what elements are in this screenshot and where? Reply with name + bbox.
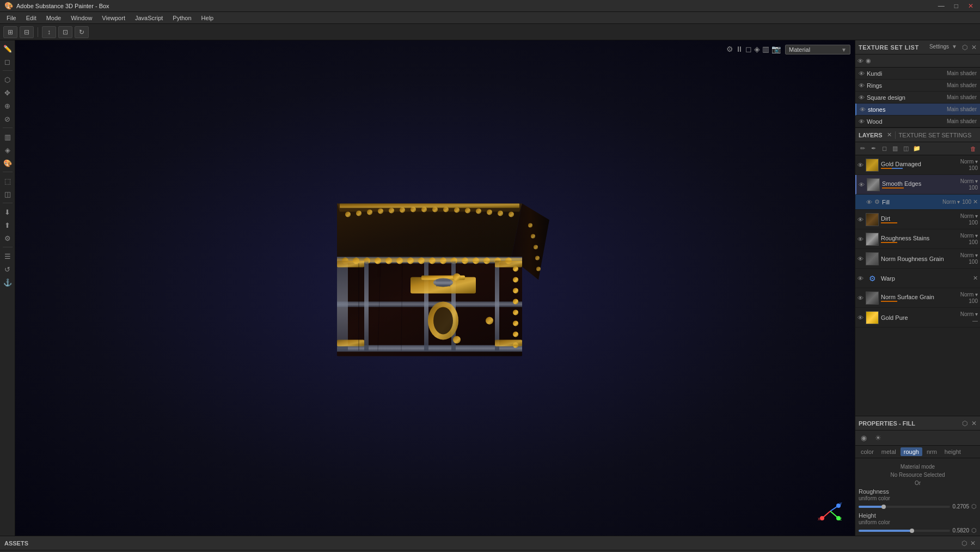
fill-close-icon[interactable]: ✕ [973, 198, 978, 205]
tsl-item-rings[interactable]: 👁 Rings Main shader [855, 80, 980, 92]
left-tool-transform[interactable]: ✥ [2, 87, 14, 99]
layer-roughness-grain[interactable]: 👁 Norm Roughness Grain Norm ▾ 100 [855, 249, 980, 269]
stones-eye-icon[interactable]: 👁 [860, 106, 866, 113]
menu-window[interactable]: Window [66, 14, 96, 22]
roughness-slider-thumb[interactable] [881, 505, 886, 509]
assets-close-icon[interactable]: ✕ [970, 539, 976, 547]
rings-eye-icon[interactable]: 👁 [859, 82, 865, 89]
left-tool-stencil[interactable]: ◫ [2, 188, 14, 200]
roughness-stains-eye-icon[interactable]: 👁 [857, 236, 864, 242]
tsl-eye2-icon[interactable]: ◉ [866, 57, 871, 64]
tsl-close-icon[interactable]: ✕ [971, 44, 977, 51]
surface-grain-eye-icon[interactable]: 👁 [857, 295, 864, 301]
height-slider[interactable] [859, 530, 950, 532]
prop-tab-color[interactable]: color [857, 447, 877, 456]
layer-roughness-stains[interactable]: 👁 Roughness Stains Norm ▾ 100 [855, 229, 980, 249]
viewport-pause-icon[interactable]: ⏸ [736, 45, 743, 53]
layer-tool-stamp[interactable]: ◻ [879, 144, 889, 154]
layer-gold-damaged[interactable]: 👁 Gold Damaged Norm ▾ 100 [855, 155, 980, 175]
roughness-slider[interactable] [859, 506, 950, 508]
viewport-mode3-icon[interactable]: ▥ [762, 45, 769, 53]
layer-surface-grain[interactable]: 👁 Norm Surface Grain Norm ▾ 100 [855, 288, 980, 308]
layer-tool-paint[interactable]: ✏ [857, 144, 867, 154]
left-tool-paint[interactable]: ✏️ [2, 43, 14, 54]
layer-dirt[interactable]: 👁 Dirt Norm ▾ 100 [855, 210, 980, 229]
warp-eye-icon[interactable]: 👁 [857, 275, 864, 282]
material-dropdown[interactable]: Material ▼ [785, 45, 850, 54]
kundi-eye-icon[interactable]: 👁 [859, 70, 865, 77]
properties-expand-icon[interactable]: ⬡ [962, 420, 967, 427]
toolbar-layout-btn[interactable]: ⊡ [58, 26, 72, 38]
tsl-item-stones[interactable]: 👁 stones Main shader [855, 104, 980, 116]
height-slider-thumb[interactable] [910, 529, 914, 533]
prop-tab-height[interactable]: height [941, 447, 964, 456]
menu-javascript[interactable]: JavaScript [131, 14, 167, 22]
viewport-mode1-icon[interactable]: ◻ [745, 45, 752, 53]
layer-tool-pencil[interactable]: ✒ [868, 144, 878, 154]
layers-close-icon[interactable]: ✕ [887, 131, 892, 138]
prop-icon-sun[interactable]: ☀ [872, 433, 885, 443]
wood-eye-icon[interactable]: 👁 [859, 118, 865, 125]
toolbar-grid-btn[interactable]: ⊞ [3, 26, 17, 38]
layer-tool-fill[interactable]: ▥ [890, 144, 900, 154]
viewport[interactable]: Material ▼ ⚙ ⏸ ◻ ◈ ▥ 📷 [15, 40, 855, 536]
fill-eye-icon[interactable]: 👁 [866, 199, 872, 205]
left-tool-layers[interactable]: ☰ [2, 250, 14, 262]
square-eye-icon[interactable]: 👁 [859, 94, 865, 101]
menu-mode[interactable]: Mode [42, 14, 66, 22]
left-tool-fill[interactable]: ▥ [2, 131, 14, 143]
menu-python[interactable]: Python [168, 14, 195, 22]
smooth-edges-eye-icon[interactable]: 👁 [859, 181, 865, 188]
left-tool-smudge[interactable]: ⊕ [2, 100, 14, 112]
tsl-eye-icon[interactable]: 👁 [857, 58, 863, 64]
toolbar-grid2-btn[interactable]: ⊟ [20, 26, 34, 38]
left-tool-eraser[interactable]: ◻ [2, 56, 14, 68]
left-tool-import[interactable]: ⬇ [2, 206, 14, 218]
toolbar-rotate-btn[interactable]: ↻ [75, 26, 89, 38]
warp-close-icon[interactable]: ✕ [973, 275, 978, 282]
prop-icon-sphere[interactable]: ◉ [857, 433, 870, 443]
assets-expand-icon[interactable]: ⬡ [961, 539, 967, 547]
gold-damaged-eye-icon[interactable]: 👁 [857, 162, 864, 168]
maximize-button[interactable]: □ [952, 2, 960, 10]
dirt-eye-icon[interactable]: 👁 [857, 216, 864, 223]
menu-file[interactable]: File [2, 14, 21, 22]
menu-viewport[interactable]: Viewport [97, 14, 130, 22]
prop-tab-rough[interactable]: rough [901, 447, 922, 456]
left-tool-clone[interactable]: ⊘ [2, 113, 14, 125]
left-tool-history[interactable]: ↺ [2, 263, 14, 275]
prop-tab-metal[interactable]: metal [878, 447, 899, 456]
layer-tool-mask[interactable]: ◫ [901, 144, 911, 154]
gold-pure-eye-icon[interactable]: 👁 [857, 314, 864, 321]
tsl-item-kundi[interactable]: 👁 Kundi Main shader [855, 68, 980, 80]
menu-edit[interactable]: Edit [22, 14, 41, 22]
viewport-mode2-icon[interactable]: ◈ [754, 45, 760, 53]
left-tool-stamp[interactable]: ⬚ [2, 175, 14, 187]
tsl-item-square[interactable]: 👁 Square design Main shader [855, 92, 980, 104]
viewport-camera-icon[interactable]: 📷 [771, 45, 781, 53]
close-button[interactable]: ✕ [966, 2, 976, 10]
left-tool-anchor[interactable]: ⚓ [2, 276, 14, 288]
layer-gold-pure[interactable]: 👁 Gold Pure Norm ▾ — [855, 308, 980, 327]
menu-help[interactable]: Help [197, 14, 218, 22]
left-tool-material[interactable]: ◈ [2, 144, 14, 156]
layer-tool-delete[interactable]: 🗑 [968, 144, 978, 154]
tsl-expand-icon[interactable]: ⬡ [962, 44, 967, 51]
roughness-grain-eye-icon[interactable]: 👁 [857, 256, 864, 262]
texture-set-settings-tab[interactable]: TEXTURE SET SETTINGS [899, 132, 972, 138]
layer-fill-sub[interactable]: 👁 ⚙ Fill Norm ▾ 100 ✕ [855, 195, 980, 210]
layer-warp[interactable]: 👁 ⚙ Warp ✕ [855, 269, 980, 288]
roughness-expand-icon[interactable]: ⬡ [971, 503, 977, 510]
minimize-button[interactable]: — [936, 2, 947, 10]
tsl-item-wood[interactable]: 👁 Wood Main shader [855, 116, 980, 128]
prop-tab-nrm[interactable]: nrm [923, 447, 940, 456]
tsl-settings-btn[interactable]: Settings [929, 44, 949, 51]
viewport-settings-icon[interactable]: ⚙ [726, 45, 733, 53]
left-tool-bake[interactable]: ⚙ [2, 232, 14, 244]
left-tool-select[interactable]: ⬡ [2, 74, 14, 86]
toolbar-arrow-btn[interactable]: ↕ [42, 26, 56, 38]
left-tool-export[interactable]: ⬆ [2, 219, 14, 231]
layer-tool-folder[interactable]: 📁 [912, 144, 922, 154]
height-expand-icon[interactable]: ⬡ [971, 527, 977, 534]
properties-close-icon[interactable]: ✕ [971, 420, 977, 427]
